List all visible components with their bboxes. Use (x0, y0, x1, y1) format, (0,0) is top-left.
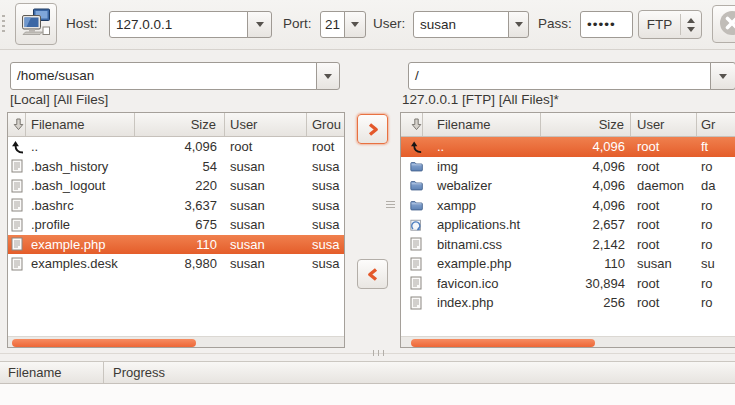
host-dropdown-button[interactable] (247, 11, 272, 38)
file-icon (401, 296, 423, 310)
toolbar-grip[interactable] (2, 15, 5, 35)
chevron-left-icon (366, 267, 380, 282)
file-name: .bash_history (26, 159, 135, 174)
local-file-table: Filename Size User Grou ..4,096rootroot.… (7, 112, 345, 348)
file-name: applications.ht (423, 217, 541, 232)
remote-status-label: 127.0.0.1 [FTP] [All Files]* (402, 92, 559, 107)
sort-arrow-icon (411, 118, 422, 131)
filename-column-header[interactable]: Filename (423, 113, 541, 136)
sort-column-header[interactable] (401, 113, 423, 136)
file-icon (401, 237, 423, 251)
file-row[interactable]: index.php256rootro (401, 293, 735, 313)
password-input[interactable]: ••••• (580, 11, 633, 38)
disconnect-button[interactable] (712, 5, 735, 43)
connect-button[interactable] (15, 3, 57, 45)
file-row[interactable]: img4,096rootro (401, 157, 735, 177)
file-row[interactable]: examples.desk8,980susansusa (8, 254, 344, 274)
file-user: susan (225, 256, 307, 271)
folder-icon (401, 179, 423, 192)
user-column-header[interactable]: User (631, 113, 697, 136)
user-dropdown-button[interactable] (508, 11, 529, 38)
filename-column-header[interactable]: Filename (26, 113, 135, 136)
file-user: susan (225, 159, 307, 174)
local-hscrollbar-thumb[interactable] (12, 339, 196, 347)
file-group: susa (307, 217, 344, 232)
transfer-splitter-handle[interactable] (371, 350, 386, 356)
file-user: root (631, 237, 697, 252)
file-name: favicon.ico (423, 276, 541, 291)
sort-arrow-icon (13, 118, 24, 131)
file-size: 675 (135, 217, 225, 232)
host-input[interactable]: 127.0.0.1 (109, 11, 248, 38)
toolbar: Host: 127.0.0.1 Port: 21 User: susan Pas… (0, 0, 735, 50)
chevron-down-icon (719, 74, 727, 83)
remote-hscrollbar[interactable] (401, 336, 735, 347)
local-hscrollbar[interactable] (8, 336, 344, 347)
local-path-dropdown-button[interactable] (316, 62, 340, 90)
file-row[interactable]: favicon.ico30,894rootro (401, 274, 735, 294)
pass-label: Pass: (538, 16, 572, 31)
remote-path-input[interactable]: / (408, 62, 711, 90)
protocol-value: FTP (639, 11, 680, 38)
file-size: 2,657 (541, 217, 631, 232)
file-row[interactable]: ..4,096rootft (401, 137, 735, 157)
file-icon (8, 159, 26, 173)
file-row[interactable]: .profile675susansusa (8, 215, 344, 235)
port-dropdown-button[interactable] (344, 11, 366, 38)
size-column-header[interactable]: Size (541, 113, 631, 136)
parent-icon (8, 140, 26, 154)
sort-column-header[interactable] (8, 113, 26, 136)
port-label: Port: (283, 16, 312, 31)
group-column-header[interactable]: Grou (307, 113, 344, 136)
file-size: 4,096 (135, 139, 225, 154)
remote-hscrollbar-thumb[interactable] (411, 339, 595, 347)
file-group: ft (697, 139, 735, 154)
file-name: example.php (423, 256, 541, 271)
file-row[interactable]: .bash_logout220susansusa (8, 176, 344, 196)
file-name: .profile (26, 217, 135, 232)
file-name: index.php (423, 295, 541, 310)
transfer-right-button[interactable] (357, 114, 388, 144)
file-group: susa (307, 198, 344, 213)
local-path-combo: /home/susan (10, 62, 340, 90)
file-name: examples.desk (26, 256, 135, 271)
port-input[interactable]: 21 (320, 11, 345, 38)
pane-splitter-handle[interactable] (386, 199, 395, 210)
user-input[interactable]: susan (413, 11, 509, 38)
file-user: susan (225, 178, 307, 193)
file-group: su (697, 256, 735, 271)
file-size: 220 (135, 178, 225, 193)
file-user: root (631, 276, 697, 291)
file-size: 54 (135, 159, 225, 174)
spin-down-icon (687, 27, 695, 36)
spinner-arrows[interactable] (681, 11, 701, 38)
local-path-input[interactable]: /home/susan (10, 62, 317, 90)
size-column-header[interactable]: Size (135, 113, 225, 136)
group-column-header[interactable]: Gr (697, 113, 735, 136)
file-user: susan (631, 256, 697, 271)
file-icon (8, 179, 26, 193)
file-row[interactable]: xampp4,096rootro (401, 196, 735, 216)
remote-path-dropdown-button[interactable] (710, 62, 735, 90)
folder-icon (401, 199, 423, 212)
file-row[interactable]: ..4,096rootroot (8, 137, 344, 157)
transfer-left-button[interactable] (357, 259, 388, 289)
file-group: susa (307, 237, 344, 252)
file-row[interactable]: example.php110susansu (401, 254, 735, 274)
file-group: susa (307, 178, 344, 193)
file-row[interactable]: applications.ht2,657rootro (401, 215, 735, 235)
file-row[interactable]: bitnami.css2,142rootro (401, 235, 735, 255)
file-row[interactable]: example.php110susansusa (8, 235, 344, 255)
transfer-filename-column-header[interactable]: Filename (0, 362, 104, 383)
file-row[interactable]: webalizer4,096daemonda (401, 176, 735, 196)
chevron-right-icon (366, 122, 380, 137)
user-column-header[interactable]: User (225, 113, 307, 136)
file-group: susa (307, 256, 344, 271)
remote-file-list: ..4,096rootftimg4,096rootrowebalizer4,09… (401, 137, 735, 313)
file-row[interactable]: .bashrc3,637susansusa (8, 196, 344, 216)
protocol-selector[interactable]: FTP (638, 10, 702, 39)
file-row[interactable]: .bash_history54susansusa (8, 157, 344, 177)
file-name: bitnami.css (423, 237, 541, 252)
local-file-list: ..4,096rootroot.bash_history54susansusa.… (8, 137, 344, 274)
transfer-progress-column-header[interactable]: Progress (104, 362, 165, 383)
